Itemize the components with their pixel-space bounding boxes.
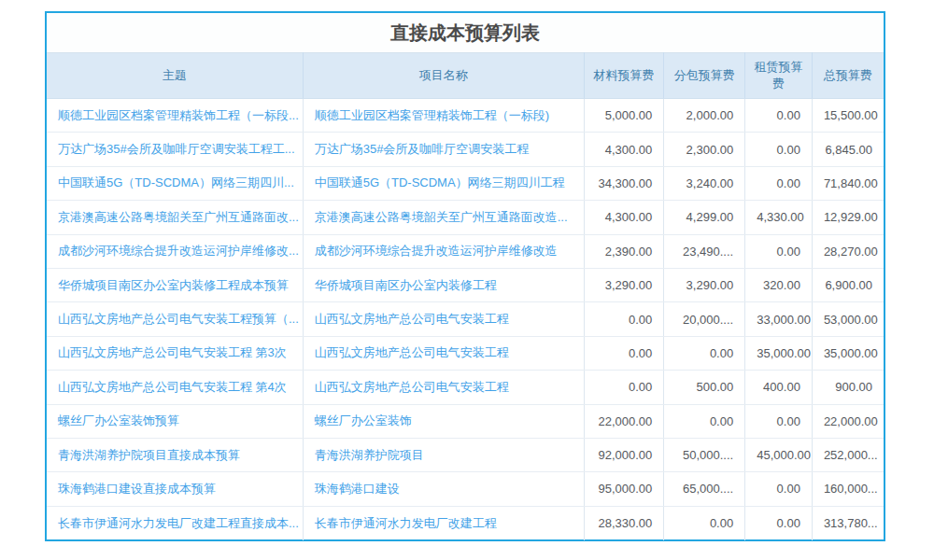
table-row: 顺德工业园区档案管理精装饰工程（一标段...顺德工业园区档案管理精装饰工程（一标… (47, 99, 884, 133)
material-cell: 4,300.00 (584, 133, 664, 166)
project-link[interactable]: 顺德工业园区档案管理精装饰工程（一标段) (315, 108, 549, 122)
subcontract-cell: 20,000.... (664, 302, 745, 336)
total-cell: 900.00 (812, 371, 884, 404)
col-header-project-name: 项目名称 (303, 53, 584, 99)
table-row: 珠海鹤港口建设直接成本预算珠海鹤港口建设95,000.0065,000....0… (47, 472, 884, 506)
table-row: 山西弘文房地产总公司电气安装工程预算（...山西弘文房地产总公司电气安装工程0.… (47, 302, 884, 336)
project-link[interactable]: 华侨城项目南区办公室内装修工程 (315, 278, 497, 292)
subject-link[interactable]: 青海洪湖养护院项目直接成本预算 (58, 448, 240, 462)
project-cell: 青海洪湖养护院项目 (303, 438, 584, 471)
subcontract-cell: 23,490.... (664, 234, 745, 268)
total-cell: 15,500.00 (812, 99, 884, 133)
material-cell: 4,300.00 (584, 201, 664, 234)
subject-link[interactable]: 华侨城项目南区办公室内装修工程成本预算 (58, 278, 289, 292)
subject-link[interactable]: 万达广场35#会所及咖啡厅空调安装工程工... (58, 142, 295, 156)
table-row: 京港澳高速公路粤境韶关至广州互通路面改...京港澳高速公路粤境韶关至广州互通路面… (47, 201, 884, 234)
table-row: 万达广场35#会所及咖啡厅空调安装工程工...万达广场35#会所及咖啡厅空调安装… (47, 133, 884, 166)
total-cell: 28,270.00 (812, 234, 884, 268)
rental-cell: 0.00 (745, 166, 813, 200)
table-row: 华侨城项目南区办公室内装修工程成本预算华侨城项目南区办公室内装修工程3,290.… (47, 268, 884, 301)
project-cell: 螺丝厂办公室装饰 (303, 404, 584, 438)
subject-link[interactable]: 山西弘文房地产总公司电气安装工程 第3次 (58, 345, 287, 359)
subject-link[interactable]: 山西弘文房地产总公司电气安装工程 第4次 (58, 380, 287, 394)
subject-cell: 螺丝厂办公室装饰预算 (47, 404, 303, 438)
material-cell: 0.00 (584, 302, 664, 336)
subject-link[interactable]: 中国联通5G（TD-SCDMA）网络三期四川... (58, 175, 294, 189)
subject-link[interactable]: 螺丝厂办公室装饰预算 (58, 413, 179, 427)
table-row: 中国联通5G（TD-SCDMA）网络三期四川...中国联通5G（TD-SCDMA… (47, 166, 884, 200)
total-cell: 53,000.00 (812, 302, 884, 336)
project-cell: 山西弘文房地产总公司电气安装工程 (303, 336, 584, 370)
project-cell: 华侨城项目南区办公室内装修工程 (303, 268, 584, 301)
table-row: 成都沙河环境综合提升改造运河护岸维修改...成都沙河环境综合提升改造运河护岸维修… (47, 234, 884, 268)
col-header-total-budget: 总预算费 (812, 53, 884, 99)
subject-link[interactable]: 长春市伊通河水力发电厂改建工程直接成本... (58, 516, 299, 530)
material-cell: 0.00 (584, 336, 664, 370)
subject-cell: 珠海鹤港口建设直接成本预算 (47, 472, 303, 506)
material-cell: 3,290.00 (584, 268, 664, 301)
project-cell: 长春市伊通河水力发电厂改建工程 (303, 506, 584, 539)
project-link[interactable]: 青海洪湖养护院项目 (315, 448, 424, 462)
project-link[interactable]: 山西弘文房地产总公司电气安装工程 (315, 345, 509, 359)
table-row: 青海洪湖养护院项目直接成本预算青海洪湖养护院项目92,000.0050,000.… (47, 438, 884, 471)
total-cell: 35,000.00 (812, 336, 884, 370)
material-cell: 28,330.00 (584, 506, 664, 539)
rental-cell: 400.00 (745, 371, 813, 404)
subcontract-cell: 500.00 (664, 371, 745, 404)
subcontract-cell: 2,000.00 (664, 99, 745, 133)
subject-link[interactable]: 顺德工业园区档案管理精装饰工程（一标段... (58, 108, 299, 122)
project-link[interactable]: 万达广场35#会所及咖啡厅空调安装工程 (315, 142, 530, 156)
total-cell: 71,840.00 (812, 166, 884, 200)
project-cell: 中国联通5G（TD-SCDMA）网络三期四川工程 (303, 166, 584, 200)
budget-table: 主题 项目名称 材料预算费 分包预算费 租赁预算费 总预算费 顺德工业园区档案管… (47, 52, 884, 540)
material-cell: 34,300.00 (584, 166, 664, 200)
col-header-rental-budget: 租赁预算费 (745, 53, 813, 99)
project-link[interactable]: 山西弘文房地产总公司电气安装工程 (315, 312, 509, 326)
subcontract-cell: 65,000.... (664, 472, 745, 506)
material-cell: 92,000.00 (584, 438, 664, 471)
subject-cell: 山西弘文房地产总公司电气安装工程 第3次 (47, 336, 303, 370)
project-link[interactable]: 中国联通5G（TD-SCDMA）网络三期四川工程 (315, 175, 565, 189)
subject-cell: 京港澳高速公路粤境韶关至广州互通路面改... (47, 201, 303, 234)
material-cell: 22,000.00 (584, 404, 664, 438)
table-header-row: 主题 项目名称 材料预算费 分包预算费 租赁预算费 总预算费 (47, 53, 884, 99)
subject-cell: 顺德工业园区档案管理精装饰工程（一标段... (47, 99, 303, 133)
col-header-subcontract-budget: 分包预算费 (664, 53, 745, 99)
subject-cell: 青海洪湖养护院项目直接成本预算 (47, 438, 303, 471)
project-link[interactable]: 长春市伊通河水力发电厂改建工程 (315, 516, 497, 530)
rental-cell: 33,000.00 (745, 302, 813, 336)
project-cell: 京港澳高速公路粤境韶关至广州互通路面改造... (303, 201, 584, 234)
subject-cell: 中国联通5G（TD-SCDMA）网络三期四川... (47, 166, 303, 200)
subcontract-cell: 50,000.... (664, 438, 745, 471)
subject-link[interactable]: 山西弘文房地产总公司电气安装工程预算（... (58, 312, 299, 326)
subcontract-cell: 2,300.00 (664, 133, 745, 166)
rental-cell: 0.00 (745, 506, 813, 539)
rental-cell: 4,330.00 (745, 201, 813, 234)
project-link[interactable]: 珠海鹤港口建设 (315, 482, 400, 496)
subject-cell: 华侨城项目南区办公室内装修工程成本预算 (47, 268, 303, 301)
project-link[interactable]: 成都沙河环境综合提升改造运河护岸维修改造 (315, 244, 558, 258)
rental-cell: 45,000.00 (745, 438, 813, 471)
page-title: 直接成本预算列表 (47, 13, 884, 52)
rental-cell: 320.00 (745, 268, 813, 301)
rental-cell: 0.00 (745, 404, 813, 438)
subject-link[interactable]: 京港澳高速公路粤境韶关至广州互通路面改... (58, 210, 299, 224)
subject-cell: 山西弘文房地产总公司电气安装工程 第4次 (47, 371, 303, 404)
table-row: 长春市伊通河水力发电厂改建工程直接成本...长春市伊通河水力发电厂改建工程28,… (47, 506, 884, 539)
project-link[interactable]: 螺丝厂办公室装饰 (315, 413, 412, 427)
rental-cell: 0.00 (745, 99, 813, 133)
project-cell: 顺德工业园区档案管理精装饰工程（一标段) (303, 99, 584, 133)
project-cell: 珠海鹤港口建设 (303, 472, 584, 506)
subject-link[interactable]: 成都沙河环境综合提升改造运河护岸维修改... (58, 244, 299, 258)
project-link[interactable]: 京港澳高速公路粤境韶关至广州互通路面改造... (315, 210, 568, 224)
total-cell: 12,929.00 (812, 201, 884, 234)
total-cell: 22,000.00 (812, 404, 884, 438)
project-link[interactable]: 山西弘文房地产总公司电气安装工程 (315, 380, 509, 394)
subject-link[interactable]: 珠海鹤港口建设直接成本预算 (58, 482, 216, 496)
material-cell: 95,000.00 (584, 472, 664, 506)
rental-cell: 0.00 (745, 234, 813, 268)
subcontract-cell: 0.00 (664, 336, 745, 370)
table-row: 山西弘文房地产总公司电气安装工程 第3次山西弘文房地产总公司电气安装工程0.00… (47, 336, 884, 370)
subcontract-cell: 3,290.00 (664, 268, 745, 301)
total-cell: 6,900.00 (812, 268, 884, 301)
